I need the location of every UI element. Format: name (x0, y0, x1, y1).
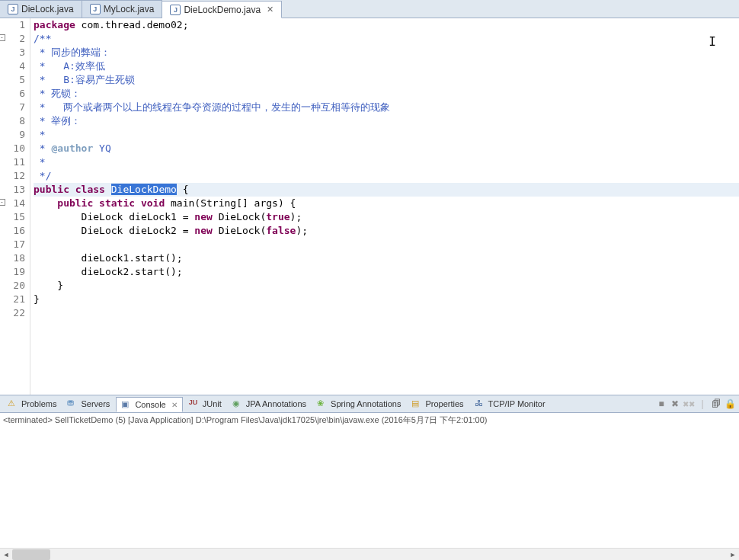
code-line[interactable]: /** (34, 32, 739, 46)
remove-launch-icon[interactable]: ■ (655, 398, 667, 410)
code-line[interactable]: DieLock dieLock1 = new DieLock(true); (34, 210, 739, 224)
console-horizontal-scrollbar[interactable]: ◄ ► (0, 548, 739, 560)
line-number: 19 (0, 265, 25, 279)
code-line[interactable] (34, 306, 739, 320)
tab-dielockdemo[interactable]: J DieLockDemo.java ✕ (162, 1, 282, 18)
display-selected-console-icon[interactable]: 🗐 (710, 398, 722, 410)
code-line[interactable]: * 同步的弊端： (34, 46, 739, 59)
tab-junit[interactable]: JU JUnit (184, 396, 226, 411)
code-line[interactable]: } (34, 293, 739, 306)
code-line[interactable]: */ (34, 169, 739, 183)
line-number: 6 (0, 87, 25, 101)
code-line[interactable]: dieLock1.start(); (34, 251, 739, 265)
jpa-icon: ◉ (232, 398, 243, 409)
code-line[interactable]: * (34, 155, 739, 169)
code-line[interactable]: * 举例： (34, 114, 739, 128)
java-file-icon: J (170, 5, 181, 15)
close-icon[interactable]: ✕ (171, 401, 178, 409)
fold-toggle-icon[interactable]: - (0, 199, 5, 206)
line-number: 7 (0, 101, 25, 114)
console-output[interactable]: <terminated> SellTicketDemo (5) [Java Ap… (0, 413, 739, 546)
code-line[interactable]: * @author YQ (34, 142, 739, 155)
editor[interactable]: 12-34567891011121314-1516171819202122 I … (0, 18, 739, 395)
line-number: 12 (0, 169, 25, 183)
line-number: 17 (0, 238, 25, 251)
tab-label: MyLock.java (104, 4, 155, 14)
line-number: 16 (0, 224, 25, 238)
tab-label: DieLockDemo.java (184, 5, 261, 15)
spring-icon: ❀ (317, 398, 328, 409)
tab-dielock[interactable]: J DieLock.java (0, 0, 82, 18)
line-number: 4 (0, 59, 25, 73)
properties-icon: ▤ (411, 398, 422, 409)
tab-servers[interactable]: ⛃ Servers (62, 396, 114, 411)
tab-spring-annotations[interactable]: ❀ Spring Annotations (312, 396, 405, 411)
editor-tab-bar: J DieLock.java J MyLock.java J DieLockDe… (0, 0, 739, 18)
code-line[interactable]: * A:效率低 (34, 59, 739, 73)
scrollbar-thumb[interactable] (12, 549, 50, 560)
view-label: Spring Annotations (331, 399, 401, 408)
view-label: JUnit (203, 399, 222, 408)
line-number: 20 (0, 279, 25, 293)
problems-icon: ⚠ (8, 398, 18, 409)
tab-properties[interactable]: ▤ Properties (407, 396, 468, 411)
view-label: Servers (81, 399, 110, 408)
line-number: 9 (0, 128, 25, 142)
servers-icon: ⛃ (67, 398, 78, 409)
line-number: 22 (0, 306, 25, 320)
remove-all-icon[interactable]: ✖✖ (683, 398, 695, 410)
line-number: 5 (0, 73, 25, 87)
code-line[interactable]: package com.thread.demo02; (34, 18, 739, 32)
tab-label: DieLock.java (21, 4, 74, 14)
line-number: 2- (0, 32, 25, 46)
line-number-gutter: 12-34567891011121314-1516171819202122 (0, 18, 30, 395)
console-status-line: <terminated> SellTicketDemo (5) [Java Ap… (3, 414, 736, 426)
line-number: 3 (0, 46, 25, 59)
line-number: 10 (0, 142, 25, 155)
line-number: 11 (0, 155, 25, 169)
code-line[interactable]: * 两个或者两个以上的线程在争夺资源的过程中，发生的一种互相等待的现象 (34, 101, 739, 114)
tab-problems[interactable]: ⚠ Problems (3, 396, 61, 411)
fold-toggle-icon[interactable]: - (0, 34, 5, 41)
view-label: Problems (21, 399, 56, 408)
tab-tcpip-monitor[interactable]: 🖧 TCP/IP Monitor (470, 396, 550, 411)
view-label: Console (135, 400, 165, 409)
line-number: 8 (0, 114, 25, 128)
line-number: 14- (0, 197, 25, 210)
code-line[interactable]: * (34, 128, 739, 142)
java-file-icon: J (8, 4, 18, 14)
scroll-left-icon[interactable]: ◄ (1, 549, 11, 560)
code-line[interactable]: } (34, 279, 739, 293)
line-number: 18 (0, 251, 25, 265)
code-line[interactable] (34, 238, 739, 251)
console-icon: ▣ (121, 399, 132, 410)
view-label: JPA Annotations (246, 399, 306, 408)
code-line[interactable]: dieLock2.start(); (34, 265, 739, 279)
close-icon[interactable]: ✕ (267, 5, 274, 14)
junit-icon: JU (189, 398, 200, 409)
tcpip-icon: 🖧 (475, 398, 485, 409)
code-line[interactable]: public static void main(String[] args) { (34, 197, 739, 210)
line-number: 15 (0, 210, 25, 224)
view-label: Properties (425, 399, 463, 408)
code-line[interactable]: * B:容易产生死锁 (34, 73, 739, 87)
remove-all-terminated-icon[interactable]: ✖ (669, 398, 681, 410)
tab-console[interactable]: ▣ Console ✕ (116, 397, 182, 412)
line-number: 13 (0, 183, 25, 197)
line-number: 1 (0, 18, 25, 32)
separator: | (696, 398, 709, 410)
line-number: 21 (0, 293, 25, 306)
tab-jpa-annotations[interactable]: ◉ JPA Annotations (228, 396, 311, 411)
tab-mylock[interactable]: J MyLock.java (82, 0, 163, 18)
code-line[interactable]: * 死锁： (34, 87, 739, 101)
java-file-icon: J (90, 4, 101, 14)
bottom-view-bar: ⚠ Problems ⛃ Servers ▣ Console ✕ JU JUni… (0, 395, 739, 413)
code-line[interactable]: DieLock dieLock2 = new DieLock(false); (34, 224, 739, 238)
text-cursor-icon: I (709, 35, 716, 49)
code-line[interactable]: public class DieLockDemo { (34, 183, 739, 197)
code-area[interactable]: I package com.thread.demo02;/** * 同步的弊端：… (30, 18, 739, 395)
view-label: TCP/IP Monitor (488, 399, 545, 408)
pin-console-icon[interactable]: 🔒 (724, 398, 736, 410)
scroll-right-icon[interactable]: ► (728, 549, 738, 560)
